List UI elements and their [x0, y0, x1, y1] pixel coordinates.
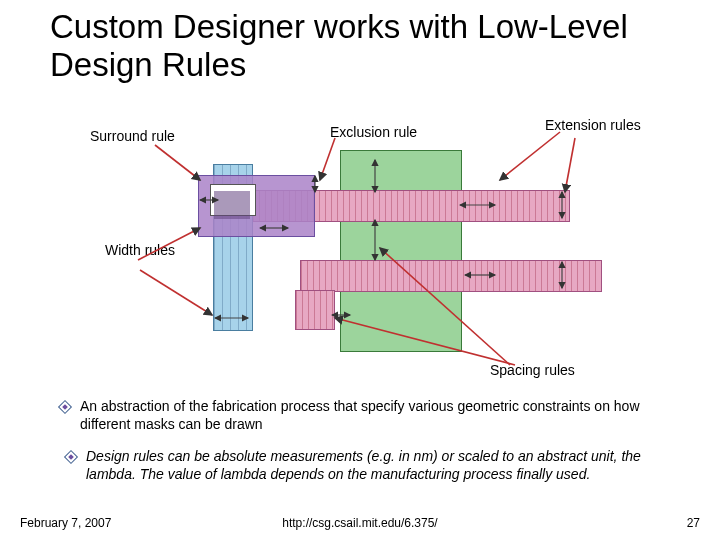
green-region	[340, 150, 462, 352]
label-spacing: Spacing rules	[490, 362, 575, 378]
svg-line-4	[138, 228, 200, 260]
svg-line-3	[565, 138, 575, 192]
svg-line-1	[320, 138, 335, 180]
bullet-1: An abstraction of the fabrication proces…	[60, 398, 680, 433]
overlap-region	[214, 191, 250, 219]
svg-line-5	[140, 270, 212, 315]
pink-bar-bottom	[300, 260, 602, 292]
slide-title: Custom Designer works with Low-Level Des…	[50, 8, 680, 84]
footer-page: 27	[687, 516, 700, 530]
bullet-icon	[66, 452, 76, 462]
diagram	[40, 120, 680, 360]
bullet-icon	[60, 402, 70, 412]
slide: Custom Designer works with Low-Level Des…	[0, 0, 720, 540]
footer-url: http://csg.csail.mit.edu/6.375/	[0, 516, 720, 530]
svg-line-0	[155, 145, 200, 180]
svg-line-2	[500, 132, 560, 180]
pink-bar-bottom-ext	[295, 290, 335, 330]
bullet-2: Design rules can be absolute measurement…	[66, 448, 680, 483]
